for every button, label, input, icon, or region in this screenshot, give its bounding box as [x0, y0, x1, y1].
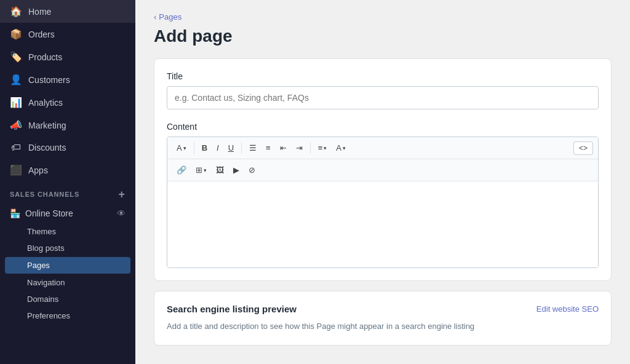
title-label: Title	[167, 71, 599, 81]
editor-toolbar: A B I U ☰ ≡	[167, 137, 598, 159]
sidebar-sub-item-domains[interactable]: Domains	[0, 291, 135, 307]
store-icon: 🏪	[10, 208, 20, 218]
sidebar-sub-item-navigation[interactable]: Navigation	[0, 274, 135, 291]
breadcrumb-chevron: ‹	[154, 12, 156, 22]
link-icon: 🔗	[177, 165, 186, 175]
ordered-list-button[interactable]: ≡	[261, 141, 275, 155]
marketing-icon: 📣	[10, 119, 22, 131]
table-button[interactable]: ⊞	[191, 163, 211, 177]
block-button[interactable]: ⊘	[244, 163, 260, 177]
bold-button[interactable]: B	[197, 141, 212, 155]
sidebar-sub-item-preferences[interactable]: Preferences	[0, 307, 135, 324]
italic-button[interactable]: I	[212, 141, 223, 155]
sidebar-sub-item-themes[interactable]: Themes	[0, 223, 135, 240]
font-button[interactable]: A	[172, 141, 191, 155]
breadcrumb-parent: Pages	[159, 12, 181, 22]
seo-card: Search engine listing preview Edit websi…	[154, 291, 612, 346]
sidebar-item-label: Products	[28, 52, 62, 62]
source-icon: <>	[579, 144, 588, 152]
edit-seo-link[interactable]: Edit website SEO	[536, 304, 599, 314]
editor-toolbar-row2: 🔗 ⊞ 🖼 ▶ ⊘	[167, 159, 598, 181]
sidebar-item-orders[interactable]: 📦Orders	[0, 23, 135, 46]
indent-button[interactable]: ⇥	[292, 141, 307, 155]
sidebar-item-label: Home	[28, 7, 51, 17]
sidebar-item-discounts[interactable]: 🏷Discounts	[0, 136, 135, 159]
video-button[interactable]: ▶	[229, 163, 244, 177]
editor-body[interactable]	[167, 181, 598, 267]
align-button[interactable]: ≡	[314, 141, 332, 155]
customers-icon: 👤	[10, 74, 22, 85]
ol-icon: ≡	[266, 143, 271, 152]
sidebar-item-label: Apps	[28, 165, 48, 175]
separator-1	[194, 142, 194, 154]
rich-text-editor: A B I U ☰ ≡	[167, 136, 599, 268]
seo-header: Search engine listing preview Edit websi…	[167, 304, 599, 314]
content-label: Content	[167, 122, 599, 132]
sidebar-item-home[interactable]: 🏠Home	[0, 0, 135, 23]
sidebar-sub-item-pages[interactable]: Pages	[5, 257, 130, 274]
sidebar-item-label: Orders	[28, 30, 55, 39]
indent-icon: ⇥	[296, 143, 303, 152]
title-input[interactable]	[167, 86, 599, 109]
underline-button[interactable]: U	[224, 141, 238, 155]
orders-icon: 📦	[10, 28, 22, 40]
online-store-label: Online Store	[25, 208, 73, 218]
seo-description: Add a title and description to see how t…	[167, 320, 599, 333]
analytics-icon: 📊	[10, 97, 22, 108]
bold-icon: B	[202, 143, 207, 152]
content-card: Title Content A B I U ☰	[154, 58, 612, 281]
sidebar-item-label: Marketing	[28, 121, 66, 130]
online-store-item[interactable]: 🏪 Online Store 👁	[0, 204, 135, 223]
sidebar-item-apps[interactable]: ⬛Apps	[0, 159, 135, 181]
main-content: ‹ Pages Add page Title Content A B I U	[135, 0, 630, 364]
discounts-icon: 🏷	[10, 142, 22, 153]
underline-icon: U	[228, 143, 234, 152]
separator-3	[310, 142, 311, 154]
seo-section-title: Search engine listing preview	[167, 304, 297, 314]
align-icon: ≡	[318, 143, 323, 152]
sidebar-item-marketing[interactable]: 📣Marketing	[0, 114, 135, 136]
table-icon: ⊞	[196, 165, 202, 175]
italic-icon: I	[217, 143, 219, 152]
sidebar: 🏠Home📦Orders🏷️Products👤Customers📊Analyti…	[0, 0, 135, 364]
sidebar-item-label: Analytics	[28, 98, 63, 108]
breadcrumb[interactable]: ‹ Pages	[154, 12, 612, 22]
outdent-button[interactable]: ⇤	[276, 141, 291, 155]
video-icon: ▶	[233, 165, 239, 175]
page-title: Add page	[154, 26, 612, 46]
source-code-button[interactable]: <>	[573, 141, 593, 155]
sidebar-item-analytics[interactable]: 📊Analytics	[0, 91, 135, 114]
sidebar-sub-item-blog-posts[interactable]: Blog posts	[0, 240, 135, 256]
sidebar-item-label: Customers	[28, 75, 70, 85]
eye-icon[interactable]: 👁	[117, 208, 126, 218]
sidebar-item-label: Discounts	[28, 143, 66, 152]
separator-2	[241, 142, 242, 154]
products-icon: 🏷️	[10, 51, 22, 63]
text-color-icon: A	[336, 143, 341, 152]
ul-icon: ☰	[249, 143, 257, 152]
link-button[interactable]: 🔗	[172, 163, 191, 177]
outdent-icon: ⇤	[280, 143, 287, 152]
font-icon: A	[177, 143, 182, 152]
add-channel-button[interactable]: +	[119, 189, 126, 200]
image-button[interactable]: 🖼	[212, 163, 228, 177]
sales-channels-header: SALES CHANNELS +	[0, 181, 135, 204]
sidebar-item-products[interactable]: 🏷️Products	[0, 46, 135, 68]
sidebar-item-customers[interactable]: 👤Customers	[0, 68, 135, 91]
block-icon: ⊘	[249, 165, 255, 175]
sales-channels-label: SALES CHANNELS	[10, 191, 79, 198]
image-icon: 🖼	[216, 165, 224, 175]
home-icon: 🏠	[10, 6, 22, 17]
apps-icon: ⬛	[10, 164, 22, 176]
unordered-list-button[interactable]: ☰	[245, 141, 261, 155]
text-color-button[interactable]: A	[332, 141, 350, 155]
